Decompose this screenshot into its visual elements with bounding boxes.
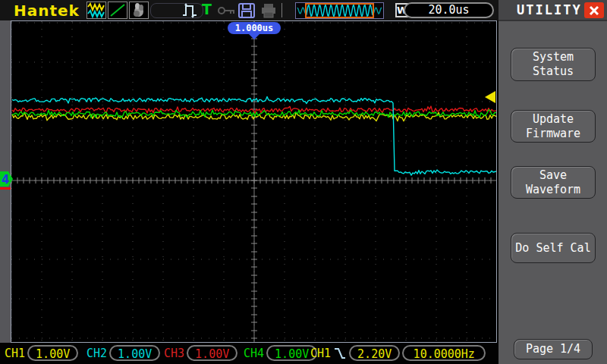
- ch4-position-marker-icon[interactable]: 4: [0, 171, 14, 191]
- menu-header: UTILITY: [498, 0, 607, 21]
- ch4-label: CH4: [244, 347, 264, 360]
- button-label-line1: Do Self Cal: [511, 241, 595, 256]
- falling-edge-icon: [334, 347, 346, 360]
- trigger-level-readout[interactable]: 2.20V: [349, 345, 400, 361]
- hand-icon[interactable]: [129, 2, 149, 19]
- save-waveform-button[interactable]: Save Waveform: [511, 166, 596, 199]
- toolbar: Hantek T: [0, 0, 498, 20]
- pulse-icon: [181, 3, 199, 18]
- ch2-label: CH2: [86, 347, 107, 360]
- timebase-readout[interactable]: 20.0us: [404, 2, 494, 18]
- close-icon: [589, 5, 599, 16]
- trigger-status: CH1 2.20V 10.0000Hz: [310, 345, 486, 361]
- wave-preview-glyph: [296, 3, 383, 18]
- scope-canvas: [11, 21, 496, 342]
- hand-icon-glyph: [130, 2, 148, 18]
- ch1-label: CH1: [5, 347, 25, 360]
- trigger-level-arrow-icon[interactable]: [483, 91, 495, 103]
- button-label-line2: Firmware: [511, 127, 595, 141]
- menu-title: UTILITY: [517, 2, 582, 17]
- ch4-marker-label: 4: [2, 173, 9, 187]
- ch3-label: CH3: [164, 347, 184, 360]
- trigger-frequency-readout[interactable]: 10.0000Hz: [402, 345, 486, 361]
- trigger-source-label: CH1: [310, 347, 331, 360]
- button-label-line2: Waveform: [511, 183, 595, 197]
- channel1-status: CH1 1.00V: [5, 345, 78, 361]
- system-status-button[interactable]: System Status: [511, 48, 596, 81]
- horizontal-position-marker[interactable]: 1.000us: [228, 22, 281, 34]
- button-label-line1: Save: [511, 168, 595, 183]
- do-self-cal-button[interactable]: Do Self Cal: [511, 233, 596, 263]
- ch2-scale-readout[interactable]: 1.00V: [109, 345, 160, 361]
- marker-pointer-icon: [249, 34, 259, 39]
- wave-preview[interactable]: [295, 2, 384, 19]
- key-icon[interactable]: [218, 6, 236, 15]
- channel2-status: CH2 1.00V: [86, 345, 160, 361]
- brand-logo: Hantek: [14, 2, 80, 20]
- trigger-status-letter: T: [202, 1, 212, 17]
- waveform-icon-glyph: [87, 2, 105, 18]
- measure-line-icon[interactable]: [108, 2, 127, 19]
- oscilloscope-app: Hantek T: [0, 0, 607, 364]
- waveform-icon[interactable]: [86, 2, 106, 19]
- ch1-scale-readout[interactable]: 1.00V: [27, 345, 78, 361]
- button-label-line1: Update: [511, 112, 595, 127]
- status-bar: CH1 1.00V CH2 1.00V CH3 1.00V CH4 1.00V …: [0, 343, 498, 364]
- save-icon[interactable]: [237, 2, 256, 19]
- close-button[interactable]: [584, 2, 604, 18]
- channel3-status: CH3 1.00V: [164, 345, 237, 361]
- channel4-status: CH4 1.00V: [244, 345, 317, 361]
- scope-display: 1.000us: [11, 20, 497, 343]
- toolbar-divider: [281, 3, 282, 17]
- update-firmware-button[interactable]: Update Firmware: [511, 110, 596, 143]
- ch3-position-marker-icon: [0, 187, 11, 190]
- utility-menu-panel: UTILITY System Status Update Firmware Sa…: [498, 0, 607, 364]
- button-label-line1: System: [511, 50, 595, 64]
- measure-line-glyph: [109, 2, 127, 18]
- ch3-scale-readout[interactable]: 1.00V: [187, 345, 237, 361]
- button-label-line2: Status: [511, 64, 595, 79]
- page-indicator-button[interactable]: Page 1/4: [514, 339, 593, 359]
- print-icon[interactable]: [259, 2, 278, 19]
